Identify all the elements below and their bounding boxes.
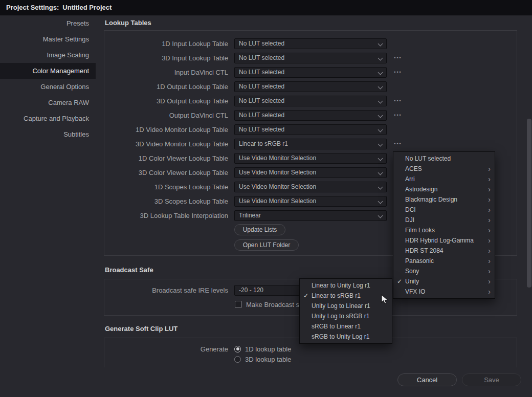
row-label: Broadcast safe IRE levels	[104, 286, 228, 294]
menu-item-label: Unity Log to sRGB r1	[312, 313, 384, 320]
lut-dropdown[interactable]: Trilinear	[234, 210, 387, 221]
menu-item[interactable]: ✓Unity›	[393, 276, 495, 286]
lut-dropdown[interactable]: Use Video Monitor Selection	[234, 153, 387, 164]
lut-dropdown[interactable]: No LUT selected	[234, 110, 387, 121]
save-button[interactable]: Save	[462, 373, 521, 386]
sidebar-item-image-scaling[interactable]: Image Scaling	[0, 47, 96, 63]
radio-option[interactable]: 1D lookup table	[234, 344, 291, 354]
menu-item-label: HDR Hybrid Log-Gamma	[405, 237, 486, 244]
chevron-down-icon	[378, 113, 383, 118]
menu-item[interactable]: Arri›	[393, 174, 495, 184]
menu-item-label: Arri	[405, 175, 486, 183]
lut-dropdown[interactable]: No LUT selected	[234, 53, 387, 63]
radio-option[interactable]: 3D lookup table	[234, 354, 291, 364]
menu-item-label: ACES	[405, 165, 486, 172]
row-label: 1D Color Viewer Lookup Table	[104, 155, 228, 162]
chevron-down-icon	[378, 198, 383, 204]
chevron-down-icon	[378, 70, 383, 75]
radio-icon[interactable]	[234, 356, 241, 363]
menu-item-label: Astrodesign	[405, 186, 486, 193]
menu-item[interactable]: HDR Hybrid Log-Gamma›	[393, 235, 495, 246]
lut-dropdown[interactable]: Use Video Monitor Selection	[234, 167, 387, 178]
window-title: Project Settings:	[6, 4, 59, 11]
dropdown-value: No LUT selected	[239, 54, 284, 61]
lut-dropdown[interactable]: No LUT selected	[234, 81, 387, 92]
lut-dropdown[interactable]: No LUT selected	[234, 38, 387, 49]
menu-item[interactable]: DCI›	[393, 205, 495, 215]
sidebar-item-presets[interactable]: Presets	[0, 15, 96, 31]
sidebar-item-color-management[interactable]: Color Management	[0, 63, 96, 79]
section-title-broadcast-safe: Broadcast Safe	[105, 266, 153, 274]
vertical-scrollbar-thumb[interactable]	[527, 119, 531, 288]
more-options-button[interactable]: •••	[391, 55, 405, 60]
more-options-button[interactable]: •••	[391, 70, 405, 75]
sidebar-item-camera-raw[interactable]: Camera RAW	[0, 95, 96, 111]
lut-row: 1D Video Monitor Lookup TableNo LUT sele…	[104, 122, 517, 137]
chevron-down-icon	[378, 55, 383, 60]
menu-item[interactable]: Astrodesign›	[393, 184, 495, 194]
menu-item[interactable]: VFX IO›	[393, 286, 495, 297]
sidebar-item-capture-and-playback[interactable]: Capture and Playback	[0, 111, 96, 126]
menu-item[interactable]: ACES›	[393, 164, 495, 174]
menu-item[interactable]: Blackmagic Design›	[393, 194, 495, 205]
menu-item[interactable]: HDR ST 2084›	[393, 246, 495, 256]
unity-submenu: Linear to Unity Log r1✓Linear to sRGB r1…	[299, 278, 392, 344]
more-options-button[interactable]: •••	[391, 141, 405, 146]
sidebar-item-general-options[interactable]: General Options	[0, 79, 96, 95]
submenu-arrow-icon: ›	[486, 227, 491, 234]
menu-item[interactable]: Unity Log to Linear r1	[300, 301, 392, 311]
submenu-arrow-icon: ›	[486, 237, 491, 244]
row-label: 3D Lookup Table Interpolation	[104, 212, 228, 219]
menu-item[interactable]: Unity Log to sRGB r1	[300, 311, 392, 321]
menu-item-label: sRGB to Linear r1	[312, 323, 384, 330]
sidebar-item-master-settings[interactable]: Master Settings	[0, 31, 96, 47]
chevron-down-icon	[378, 84, 383, 89]
menu-item[interactable]: Linear to Unity Log r1	[300, 280, 392, 291]
lut-dropdown[interactable]: Use Video Monitor Selection	[234, 196, 387, 207]
submenu-arrow-icon: ›	[486, 206, 491, 213]
more-options-button[interactable]: •••	[391, 113, 405, 118]
check-icon: ✓	[397, 278, 405, 285]
menu-item[interactable]: sRGB to Linear r1	[300, 321, 392, 332]
lut-dropdown[interactable]: No LUT selected	[234, 124, 387, 135]
menu-item-label: No LUT selected	[405, 155, 486, 162]
menu-item-label: VFX IO	[405, 288, 486, 295]
row-label: Generate	[104, 344, 228, 354]
dropdown-value: No LUT selected	[239, 40, 284, 47]
radio-label: 1D lookup table	[245, 345, 291, 353]
radio-icon[interactable]	[234, 346, 241, 352]
row-label: Output DaVinci CTL	[104, 112, 228, 119]
row-label: Input DaVinci CTL	[104, 69, 228, 76]
lut-dropdown[interactable]: Use Video Monitor Selection	[234, 182, 387, 192]
more-options-button[interactable]: •••	[391, 98, 405, 103]
menu-item[interactable]: DJI›	[393, 215, 495, 225]
sidebar-item-subtitles[interactable]: Subtitles	[0, 126, 96, 142]
chevron-down-icon	[378, 41, 383, 46]
lut-row: Output DaVinci CTLNo LUT selected•••	[104, 108, 517, 122]
submenu-arrow-icon: ›	[486, 216, 491, 224]
submenu-arrow-icon: ›	[486, 247, 491, 254]
menu-item[interactable]: Film Looks›	[393, 225, 495, 235]
lut-dropdown[interactable]: No LUT selected	[234, 67, 387, 78]
update-lists-button[interactable]: Update Lists	[234, 224, 285, 235]
open-lut-folder-button[interactable]: Open LUT Folder	[234, 239, 299, 251]
lut-row: 3D Input Lookup TableNo LUT selected•••	[104, 51, 517, 65]
row-label: 1D Scopes Lookup Table	[104, 183, 228, 191]
menu-item[interactable]: ✓Linear to sRGB r1	[300, 291, 392, 301]
menu-item-label: Unity Log to Linear r1	[312, 302, 384, 310]
lut-dropdown[interactable]: No LUT selected	[234, 96, 387, 106]
lut-row: 1D Input Lookup TableNo LUT selected•••	[104, 36, 517, 51]
generate-options: 1D lookup table3D lookup table	[234, 344, 291, 364]
menu-item-label: Linear to sRGB r1	[312, 292, 384, 299]
broadcast-safe-checkbox[interactable]	[235, 301, 242, 308]
menu-item[interactable]: sRGB to Unity Log r1	[300, 332, 392, 342]
menu-item-label: HDR ST 2084	[405, 247, 486, 254]
dropdown-value: Use Video Monitor Selection	[239, 169, 316, 176]
menu-item[interactable]: Panasonic›	[393, 256, 495, 266]
lut-row: 1D Output Lookup TableNo LUT selected•••	[104, 79, 517, 94]
lut-dropdown[interactable]: Linear to sRGB r1	[234, 139, 387, 149]
menu-item[interactable]: Sony›	[393, 266, 495, 276]
menu-item[interactable]: No LUT selected	[393, 153, 495, 164]
chevron-down-icon	[378, 141, 383, 146]
cancel-button[interactable]: Cancel	[397, 373, 457, 386]
